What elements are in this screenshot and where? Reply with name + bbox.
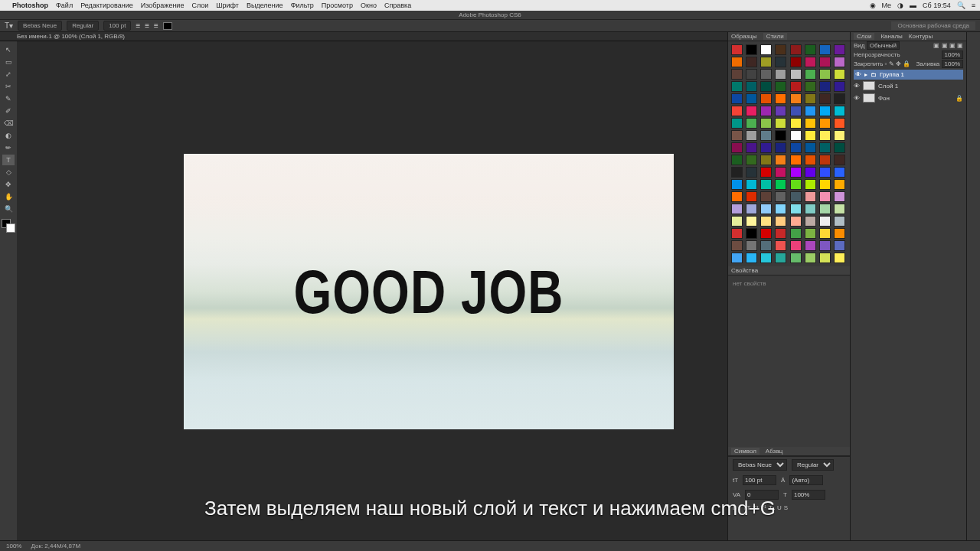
swatch[interactable] [834,167,845,178]
menu-view[interactable]: Просмотр [322,2,353,9]
zoom-level[interactable]: 100% [6,543,21,549]
layer-filter-icons[interactable]: ▣ ▣ ▣ ▣ [933,42,963,49]
align-left-icon[interactable]: ≡ [136,21,140,30]
swatch[interactable] [805,155,816,165]
swatch[interactable] [819,142,831,153]
lasso-tool[interactable]: ⤢ [2,69,15,80]
font-family-select[interactable]: Bebas Neue [18,21,62,31]
swatch[interactable] [819,44,831,55]
swatch[interactable] [731,240,743,251]
document-tab[interactable]: Без имени-1 @ 100% (Слой 1, RGB/8) [17,33,125,40]
swatch[interactable] [760,106,772,116]
swatch[interactable] [775,106,786,116]
swatch[interactable] [819,167,831,178]
swatch[interactable] [775,93,786,104]
lock-icons[interactable]: ▫ ✎ ✥ 🔒 [885,60,911,67]
swatch[interactable] [760,191,772,202]
swatch[interactable] [775,57,786,67]
swatch[interactable] [746,253,757,263]
swatch[interactable] [746,142,757,153]
hand-tool[interactable]: ✋ [2,191,15,202]
swatch[interactable] [834,191,845,202]
swatch[interactable] [746,57,757,67]
swatch[interactable] [834,69,845,80]
swatch[interactable] [805,179,816,190]
swatch[interactable] [834,57,845,67]
swatch[interactable] [805,191,816,202]
blend-mode-select[interactable]: Обычный [867,41,900,50]
swatch[interactable] [790,106,802,116]
swatch[interactable] [790,191,802,202]
swatch[interactable] [819,253,831,263]
text-color-swatch[interactable] [163,22,172,30]
swatch[interactable] [790,179,802,190]
menu-select[interactable]: Выделение [247,2,283,9]
swatch[interactable] [805,240,816,251]
char-font[interactable]: Bebas Neue [733,459,787,471]
swatch[interactable] [731,57,743,67]
menu-filter[interactable]: Фильтр [291,2,314,9]
swatch[interactable] [790,155,802,165]
swatch[interactable] [834,240,845,251]
swatch[interactable] [746,155,757,165]
collapsed-panel-strip[interactable] [966,32,980,540]
swatch[interactable] [760,57,772,67]
swatch[interactable] [775,81,786,92]
swatch[interactable] [746,118,757,129]
swatch[interactable] [805,81,816,92]
char-leading[interactable] [789,475,823,485]
move-tool[interactable]: ↖ [2,44,15,55]
swatch[interactable] [746,130,757,141]
swatch[interactable] [760,142,772,153]
italic-icon[interactable]: I [739,504,740,511]
swatch[interactable] [805,228,816,239]
swatch[interactable] [731,253,743,263]
brush-tool[interactable]: ✐ [2,106,15,116]
swatch[interactable] [746,204,757,214]
paths-tab[interactable]: Контуры [909,33,933,40]
shape-tool[interactable]: ◇ [2,167,15,178]
swatch[interactable] [805,167,816,178]
swatch[interactable] [731,216,743,227]
swatch[interactable] [819,228,831,239]
swatch[interactable] [775,240,786,251]
chevron-down-icon[interactable]: ▸ [864,71,867,78]
layers-tab[interactable]: Слои [854,33,874,40]
layer-row[interactable]: 👁 Слой 1 [854,80,963,92]
superscript-icon[interactable]: T¹ [760,504,766,511]
swatch[interactable] [819,240,831,251]
font-style-select[interactable]: Regular [67,21,99,31]
swatch[interactable] [819,106,831,116]
swatch[interactable] [760,167,772,178]
font-size-select[interactable]: 100 pt [103,21,131,31]
swatch[interactable] [790,142,802,153]
swatch[interactable] [834,118,845,129]
swatch[interactable] [731,118,743,129]
swatch[interactable] [819,57,831,67]
underline-icon[interactable]: U [777,504,782,511]
swatch[interactable] [790,228,802,239]
swatch[interactable] [775,167,786,178]
swatch[interactable] [746,44,757,55]
swatch[interactable] [790,44,802,55]
eraser-tool[interactable]: ⌫ [2,118,15,129]
swatch[interactable] [790,240,802,251]
search-icon[interactable]: 🔍 [957,2,965,9]
swatch[interactable] [805,253,816,263]
swatch[interactable] [834,228,845,239]
swatch[interactable] [731,179,743,190]
swatch[interactable] [834,142,845,153]
swatch[interactable] [760,216,772,227]
swatch[interactable] [775,69,786,80]
gradient-tool[interactable]: ◐ [2,130,15,141]
menu-image[interactable]: Изображение [141,2,185,9]
swatch[interactable] [775,253,786,263]
visibility-icon[interactable]: 👁 [854,95,860,102]
volume-icon[interactable]: ◑ [897,2,903,9]
swatch[interactable] [819,93,831,104]
menu-window[interactable]: Окно [361,2,377,9]
menu-edit[interactable]: Редактирование [80,2,133,9]
app-name[interactable]: Photoshop [12,2,48,9]
swatch[interactable] [819,130,831,141]
swatch[interactable] [731,81,743,92]
